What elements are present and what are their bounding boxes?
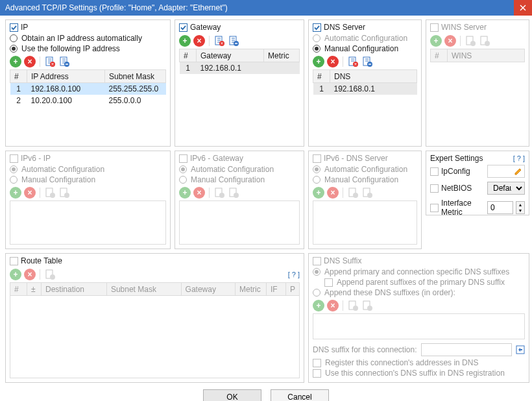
svg-point-29 [50, 274, 55, 280]
export-icon [361, 187, 373, 199]
delete-icon: × [327, 300, 339, 311]
ip-auto-radio[interactable] [10, 34, 18, 42]
ipv6-ip-manual-radio [10, 176, 18, 184]
import-icon [213, 187, 225, 199]
table-row[interactable]: 2 10.20.0.100 255.0.0.0 [10, 95, 166, 106]
svg-point-17 [50, 193, 55, 198]
dns-enable-checkbox[interactable] [313, 23, 321, 32]
import-icon [465, 35, 476, 47]
add-icon: + [179, 187, 191, 199]
export-icon [479, 35, 490, 47]
panel-dns-suffix: DNS Suffix Append primary and connection… [308, 253, 529, 383]
add-icon: + [313, 187, 324, 199]
gateway-title: Gateway [190, 23, 221, 32]
route-help-link[interactable]: [ ? ] [288, 271, 300, 278]
svg-point-13 [470, 41, 476, 46]
dns-auto-radio [313, 34, 320, 42]
add-icon[interactable]: + [179, 35, 191, 47]
svg-point-25 [353, 193, 358, 198]
panel-ipv6-ip: IPv6 - IP Automatic Configuration Manual… [5, 151, 171, 249]
route-table[interactable]: # ± Destination Subnet Mask Gateway Metr… [10, 282, 300, 296]
ipv6-dns-list [313, 200, 417, 245]
add-icon: + [430, 35, 442, 47]
expert-help-link[interactable]: [ ? ] [513, 154, 525, 162]
ipv6-gw-enable-checkbox[interactable] [179, 154, 187, 163]
export-icon[interactable] [361, 56, 373, 67]
dns-table[interactable]: # DNS 1 192.168.0.1 [313, 69, 417, 95]
route-enable-checkbox[interactable] [10, 257, 18, 265]
close-button[interactable] [514, 0, 532, 16]
export-icon[interactable] [228, 35, 239, 47]
export-icon [228, 187, 239, 199]
table-row[interactable]: 1 192.168.0.1 [313, 83, 417, 95]
add-icon: + [10, 269, 21, 280]
wins-enable-checkbox[interactable] [430, 23, 439, 32]
delete-icon[interactable]: × [24, 56, 36, 67]
ifmetric-checkbox[interactable] [430, 204, 439, 212]
svg-point-19 [64, 193, 69, 198]
dns-manual-radio[interactable] [313, 45, 320, 53]
delete-icon: × [24, 269, 36, 280]
panel-gateway: Gateway + × # Gateway Metric 1 192.168.0… [175, 19, 304, 147]
gateway-enable-checkbox[interactable] [179, 23, 187, 32]
ip-manual-radio[interactable] [10, 45, 18, 53]
delete-icon: × [193, 187, 205, 199]
suffix-parent-checkbox [324, 278, 333, 287]
suffix-link-icon[interactable] [516, 345, 525, 354]
dns-title: DNS Server [324, 23, 365, 32]
add-icon[interactable]: + [313, 56, 324, 67]
delete-icon: × [327, 187, 339, 199]
ip-table[interactable]: # IP Address Subnet Mask 1 192.168.0.100… [10, 69, 166, 106]
ipconfig-input[interactable] [487, 165, 525, 178]
suffix-title: DNS Suffix [324, 256, 361, 265]
import-icon[interactable] [213, 35, 225, 47]
import-icon [347, 300, 359, 311]
table-row[interactable]: 1 192.168.0.100 255.255.255.0 [10, 83, 166, 95]
add-icon[interactable]: + [10, 56, 21, 67]
suffix-conn-input[interactable] [421, 343, 512, 356]
dns-manual-label: Manual Configuration [324, 44, 398, 53]
delete-icon: × [444, 35, 456, 47]
svg-point-31 [353, 306, 358, 311]
table-row[interactable]: 1 192.168.0.1 [180, 62, 300, 75]
ok-button[interactable]: OK [203, 389, 261, 401]
close-icon [520, 5, 526, 11]
svg-point-23 [234, 193, 239, 198]
delete-icon[interactable]: × [327, 56, 339, 67]
ipv6-gw-manual-radio [179, 176, 187, 184]
import-icon [44, 269, 56, 280]
panel-ipv6-dns: IPv6 - DNS Server Automatic Configuratio… [308, 151, 422, 249]
panel-route: Route Table + × [ ? ] # ± Destination Su… [5, 253, 304, 383]
import-icon[interactable] [347, 56, 359, 67]
ipv6-ip-enable-checkbox[interactable] [10, 154, 18, 163]
cancel-button[interactable]: Cancel [271, 389, 329, 401]
ipv6-dns-enable-checkbox[interactable] [313, 154, 321, 163]
export-icon [58, 187, 70, 199]
window-title: Advanced TCP/IP Settings (Profile: "Home… [5, 3, 228, 12]
ipv6-gw-list [179, 200, 300, 245]
import-icon[interactable] [44, 56, 56, 67]
gateway-table[interactable]: # Gateway Metric 1 192.168.0.1 [179, 49, 300, 74]
add-icon: + [10, 187, 21, 199]
svg-point-21 [219, 193, 224, 198]
export-icon [361, 300, 373, 311]
ip-enable-checkbox[interactable] [10, 23, 18, 32]
ipv6-ip-title: IPv6 - IP [21, 154, 51, 163]
suffix-enable-checkbox[interactable] [313, 257, 321, 265]
import-icon [347, 187, 359, 199]
ipv6-gw-auto-radio [179, 165, 187, 173]
expert-title: Expert Settings [430, 154, 483, 163]
delete-icon[interactable]: × [193, 35, 205, 47]
edit-icon [514, 167, 523, 176]
netbios-checkbox[interactable] [430, 184, 439, 193]
ifmetric-spinner[interactable]: ▲▼ [516, 201, 525, 214]
netbios-select[interactable]: Default [487, 182, 525, 195]
add-icon: + [313, 300, 324, 311]
panel-wins: WINS Server + × # WINS [426, 19, 529, 147]
ifmetric-input[interactable] [487, 201, 513, 214]
import-icon [44, 187, 56, 199]
ipv6-ip-auto-radio [10, 165, 18, 173]
ipconfig-checkbox[interactable] [430, 167, 439, 176]
export-icon[interactable] [58, 56, 70, 67]
panel-expert: Expert Settings [ ? ] IpConfig NetBIOS D… [426, 151, 529, 215]
